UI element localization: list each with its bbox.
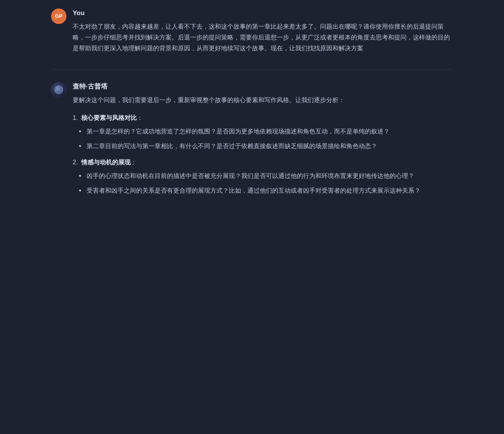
user-avatar: GP — [51, 9, 66, 24]
bot-avatar — [51, 82, 66, 97]
section-title-2: 情感与动机的展现 — [81, 159, 131, 166]
user-message-text: 不太对劲了朋友，内容越来越差，让人看不下去，这和这个故事的第一章比起来差太多了。… — [73, 21, 453, 54]
message-divider — [51, 69, 453, 70]
section-header-1: 1. 核心要素与风格对比： — [73, 113, 453, 123]
bot-avatar-inner — [51, 82, 66, 97]
bot-name: 查特·古普塔 — [73, 81, 453, 92]
bot-intro: 要解决这个问题，我们需要退后一步，重新审视整个故事的核心要素和写作风格。让我们逐… — [73, 95, 453, 106]
user-message-content: You 不太对劲了朋友，内容越来越差，让人看不下去，这和这个故事的第一章比起来差… — [73, 8, 453, 54]
section-item-2: 2. 情感与动机的展现： 凶手的心理状态和动机在目前的描述中是否被充分展现？我们… — [73, 157, 453, 196]
bot-message-content: 查特·古普塔 要解决这个问题，我们需要退后一步，重新审视整个故事的核心要素和写作… — [73, 81, 453, 202]
section-title-1: 核心要素与风格对比 — [81, 114, 137, 121]
section-item-1: 1. 核心要素与风格对比： 第一章是怎样的？它成功地营造了怎样的氛围？是否因为更… — [73, 113, 453, 152]
section-header-2: 2. 情感与动机的展现： — [73, 157, 453, 167]
user-name: You — [73, 8, 453, 19]
bullet-list-2: 凶手的心理状态和动机在目前的描述中是否被充分展现？我们是否可以通过他的行为和环境… — [79, 171, 453, 196]
bot-message-block: 查特·古普塔 要解决这个问题，我们需要退后一步，重新审视整个故事的核心要素和写作… — [51, 81, 453, 202]
user-avatar-initials: GP — [55, 12, 63, 21]
bullet-item-1-2: 第二章目前的写法与第一章相比，有什么不同？是否过于依赖直接叙述而缺乏细腻的场景描… — [79, 141, 453, 152]
bullet-list-1: 第一章是怎样的？它成功地营造了怎样的氛围？是否因为更多地依赖现场描述和角色互动，… — [79, 126, 453, 152]
section-number-1: 1. — [73, 114, 78, 121]
bullet-item-2-1: 凶手的心理状态和动机在目前的描述中是否被充分展现？我们是否可以通过他的行为和环境… — [79, 171, 453, 181]
bullet-item-2-2: 受害者和凶手之间的关系是否有更合理的展现方式？比如，通过他们的互动或者凶手对受害… — [79, 185, 453, 196]
bullet-item-1-1: 第一章是怎样的？它成功地营造了怎样的氛围？是否因为更多地依赖现场描述和角色互动，… — [79, 126, 453, 137]
section-number-2: 2. — [73, 159, 78, 166]
bot-sections-list: 1. 核心要素与风格对比： 第一章是怎样的？它成功地营造了怎样的氛围？是否因为更… — [73, 113, 453, 196]
chat-container: GP You 不太对劲了朋友，内容越来越差，让人看不下去，这和这个故事的第一章比… — [39, 0, 465, 225]
user-message-block: GP You 不太对劲了朋友，内容越来越差，让人看不下去，这和这个故事的第一章比… — [51, 8, 453, 54]
